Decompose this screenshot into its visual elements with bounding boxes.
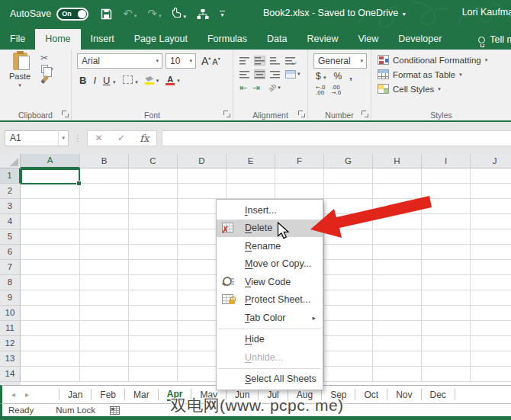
cell-g1[interactable] [324, 168, 373, 184]
cell-j14[interactable] [471, 367, 511, 382]
cancel-icon[interactable]: ✕ [95, 133, 103, 143]
column-header-e[interactable]: E [227, 154, 275, 168]
cell-b2[interactable] [80, 184, 129, 199]
cell-i10[interactable] [422, 306, 471, 321]
column-header-g[interactable]: G [324, 154, 373, 168]
cell-g7[interactable] [324, 260, 373, 275]
align-top-icon[interactable] [239, 56, 249, 65]
row-header-12[interactable]: 12 [0, 336, 21, 351]
cell-i11[interactable] [422, 321, 471, 336]
format-as-table-dropdown-icon[interactable]: ▾ [459, 72, 462, 78]
paste-button[interactable]: Paste ▾ [4, 53, 36, 88]
cell-c3[interactable] [129, 199, 178, 214]
row-header-9[interactable]: 9 [0, 290, 21, 306]
cell-j12[interactable] [471, 336, 511, 351]
cell-b13[interactable] [80, 351, 129, 367]
redo-button[interactable]: ↷▾ [147, 7, 161, 21]
align-bottom-icon[interactable] [270, 56, 280, 65]
cell-f2[interactable] [275, 184, 324, 199]
cell-h4[interactable] [373, 214, 422, 229]
underline-button[interactable]: U ▾ [103, 75, 116, 86]
currency-button[interactable]: $ ▾ [316, 71, 326, 82]
cell-h11[interactable] [373, 321, 422, 336]
cell-a12[interactable] [21, 336, 80, 351]
increase-font-icon[interactable]: A▴ [201, 55, 211, 67]
cell-c9[interactable] [129, 290, 178, 306]
cell-b10[interactable] [80, 306, 129, 321]
fill-color-button[interactable]: ▾ [145, 76, 159, 85]
cell-c11[interactable] [129, 321, 178, 336]
cell-a11[interactable] [21, 321, 80, 336]
row-header-2[interactable]: 2 [0, 184, 21, 199]
cell-c10[interactable] [129, 306, 178, 321]
cell-j6[interactable] [471, 245, 511, 260]
cell-a6[interactable] [21, 245, 80, 260]
cell-a10[interactable] [21, 306, 80, 321]
row-header-8[interactable]: 8 [0, 275, 21, 290]
cell-a3[interactable] [21, 199, 80, 214]
cell-h1[interactable] [373, 168, 422, 184]
column-header-c[interactable]: C [129, 154, 178, 168]
ribbon-tab-view[interactable]: View [348, 29, 388, 50]
cell-c13[interactable] [129, 351, 178, 367]
cell-styles-button[interactable]: Cell Styles▾ [378, 82, 511, 96]
cell-c14[interactable] [129, 367, 178, 382]
cell-i9[interactable] [422, 290, 471, 306]
orientation-button[interactable]: ab ▾ [268, 84, 281, 91]
row-header-13[interactable]: 13 [0, 351, 21, 367]
cell-i6[interactable] [422, 245, 471, 260]
cell-h9[interactable] [373, 290, 422, 306]
ribbon-tab-home[interactable]: Home [35, 29, 80, 50]
cell-i7[interactable] [422, 260, 471, 275]
insert-function-icon[interactable]: fx [140, 133, 149, 144]
decrease-font-icon[interactable]: A▾ [212, 56, 220, 67]
autosave-toggle[interactable]: On [56, 8, 88, 21]
cell-c12[interactable] [129, 336, 178, 351]
menu-item-delete[interactable]: Delete [217, 220, 323, 238]
cell-c7[interactable] [129, 260, 178, 275]
cell-h3[interactable] [373, 199, 422, 214]
cell-g5[interactable] [324, 229, 373, 245]
ribbon-tab-file[interactable]: File [0, 29, 35, 50]
ribbon-tab-page-layout[interactable]: Page Layout [124, 29, 198, 50]
decrease-indent-icon[interactable]: ⇤ [239, 83, 247, 92]
decrease-decimal-button[interactable]: .00→.0 [332, 85, 342, 96]
row-header-11[interactable]: 11 [0, 321, 21, 336]
align-right-icon[interactable] [270, 70, 280, 79]
cell-j10[interactable] [471, 306, 511, 321]
row-header-6[interactable]: 6 [0, 245, 21, 260]
cell-g10[interactable] [324, 306, 373, 321]
sheet-tab-jan[interactable]: Jan [59, 389, 92, 400]
cell-h12[interactable] [373, 336, 422, 351]
cell-h7[interactable] [373, 260, 422, 275]
tell-me-box[interactable]: Tell m [478, 34, 511, 45]
cell-g11[interactable] [324, 321, 373, 336]
cell-c2[interactable] [129, 184, 178, 199]
selected-cell-a1[interactable] [21, 168, 80, 184]
cell-a8[interactable] [21, 275, 80, 290]
font-dialog-launcher[interactable] [223, 111, 230, 117]
cell-b6[interactable] [80, 245, 129, 260]
cell-c6[interactable] [129, 245, 178, 260]
wrap-text-icon[interactable] [285, 56, 295, 65]
autosave-control[interactable]: AutoSave On [10, 8, 88, 21]
cell-h2[interactable] [373, 184, 422, 199]
cell-h13[interactable] [373, 351, 422, 367]
save-icon[interactable] [101, 8, 112, 20]
cell-b14[interactable] [80, 367, 129, 382]
prev-sheet-icon[interactable]: ◂ [11, 390, 15, 399]
sheet-tab-oct[interactable]: Oct [355, 389, 387, 400]
font-size-combo[interactable]: 10▾ [166, 53, 196, 69]
cell-c1[interactable] [129, 168, 178, 184]
cell-j2[interactable] [471, 184, 511, 199]
cell-b8[interactable] [80, 275, 129, 290]
cell-i1[interactable] [422, 168, 471, 184]
cell-g2[interactable] [324, 184, 373, 199]
menu-item-protect-sheet[interactable]: Protect Sheet... [217, 291, 323, 309]
row-header-5[interactable]: 5 [0, 229, 21, 245]
increase-decimal-button[interactable]: ←.0.00 [316, 85, 326, 96]
name-box[interactable]: A1 ▾ [5, 130, 69, 146]
cell-j1[interactable] [471, 168, 511, 184]
cell-i2[interactable] [422, 184, 471, 199]
cell-b9[interactable] [80, 290, 129, 306]
